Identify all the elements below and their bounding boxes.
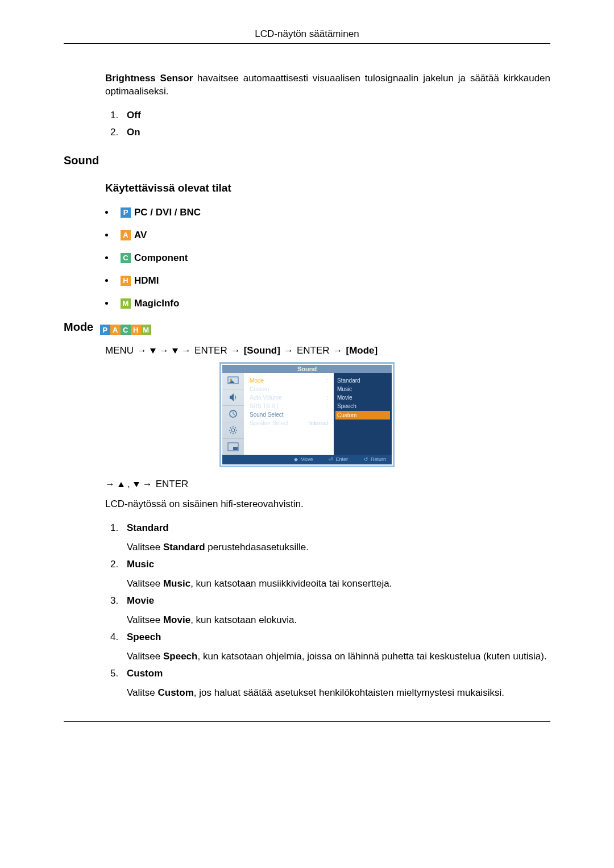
osd-opt-movie: Movie <box>337 393 388 402</box>
osd-opt-standard: Standard <box>337 376 388 385</box>
mode-component: C Component <box>105 252 550 264</box>
a-icon: A <box>110 325 121 335</box>
sound-mode-standard: Standard Valitsee Standard perustehdasas… <box>121 522 550 553</box>
mode-label: Component <box>134 252 188 264</box>
c-icon: C <box>121 325 131 335</box>
p-icon: P <box>121 207 131 218</box>
available-modes-list: P PC / DVI / BNC A AV C Component H HDMI… <box>105 207 550 309</box>
brightness-options: Off On <box>105 110 550 138</box>
mode-label: HDMI <box>134 275 159 286</box>
brightness-sensor-label: Brightness Sensor <box>105 73 193 84</box>
down-icon <box>134 482 139 487</box>
c-icon: C <box>121 253 131 263</box>
osd-move: ◆Move <box>294 456 313 462</box>
svg-line-11 <box>235 427 237 429</box>
mode-hdmi: H HDMI <box>105 275 550 286</box>
osd-item-custom: Custom: <box>250 385 328 393</box>
osd-menu: Mode: Custom: Auto Volume: SRS TS XT: So… <box>244 373 334 455</box>
down-icon <box>172 348 178 354</box>
bullet-icon <box>105 256 108 259</box>
gear-icon <box>222 422 244 439</box>
bullet-icon <box>105 234 108 236</box>
svg-line-10 <box>230 433 231 434</box>
down-icon <box>150 348 156 354</box>
svg-rect-13 <box>233 447 238 450</box>
mode-label: AV <box>134 230 147 241</box>
page-header: LCD-näytön säätäminen <box>64 28 550 44</box>
osd-item-speaker-select: Speaker Select: Internal <box>250 419 328 427</box>
brightness-option-off: Off <box>121 110 550 121</box>
up-icon <box>118 482 124 487</box>
mode-body-text: LCD-näytössä on sisäinen hifi-stereovahv… <box>105 498 550 511</box>
pip-icon <box>222 439 244 455</box>
mode-av: A AV <box>105 230 550 241</box>
mode-heading: Mode P A C H M <box>64 321 550 335</box>
page: LCD-näytön säätäminen Brightness Sensor … <box>0 0 614 756</box>
h-icon: H <box>121 276 131 286</box>
osd-item-srs: SRS TS XT: <box>250 402 328 410</box>
bullet-icon <box>105 302 108 305</box>
osd-item-sound-select: Sound Select <box>250 410 328 419</box>
sound-mode-list: Standard Valitsee Standard perustehdasas… <box>105 522 550 699</box>
svg-line-9 <box>235 433 237 434</box>
m-icon: M <box>121 298 131 309</box>
sound-heading: Sound <box>64 154 550 167</box>
osd-opt-speech: Speech <box>337 402 388 410</box>
osd-item-mode: Mode: <box>250 376 328 385</box>
mode-magicinfo: M MagicInfo <box>105 298 550 309</box>
osd-footer: ◆Move ⏎Enter ↺Return <box>222 455 392 464</box>
clock-icon <box>222 406 244 422</box>
brightness-paragraph: Brightness Sensor havaitsee automaattise… <box>105 72 550 98</box>
bullet-icon <box>105 279 108 282</box>
nav-sequence-2: → , → ENTER <box>105 479 550 490</box>
sound-mode-custom: Custom Valitse Custom, jos haluat säätää… <box>121 668 550 699</box>
osd-opt-custom: Custom <box>335 411 390 420</box>
sound-icon <box>222 389 244 406</box>
a-icon: A <box>121 230 131 240</box>
p-icon: P <box>100 325 110 335</box>
osd-screenshot: Sound Mode: C <box>219 362 395 467</box>
osd-sidebar <box>222 373 244 455</box>
picture-icon <box>222 373 244 389</box>
mode-pc-dvi-bnc: P PC / DVI / BNC <box>105 207 550 218</box>
svg-point-1 <box>230 379 232 381</box>
page-footer <box>64 721 550 722</box>
osd-opt-music: Music <box>337 385 388 393</box>
osd-item-auto-volume: Auto Volume: <box>250 393 328 402</box>
m-icon: M <box>141 325 151 335</box>
osd-title: Sound <box>222 365 392 373</box>
sound-mode-speech: Speech Valitsee Speech, kun katsotaan oh… <box>121 632 550 662</box>
bullet-icon <box>105 211 108 214</box>
svg-line-8 <box>230 427 231 429</box>
sound-mode-music: Music Valitsee Music, kun katsotaan musi… <box>121 559 550 589</box>
osd-enter: ⏎Enter <box>329 456 348 462</box>
osd-submenu: Standard Music Movie Speech Custom <box>334 373 392 455</box>
mode-icon-strip: P A C H M <box>100 325 151 335</box>
h-icon: H <box>131 325 141 335</box>
sound-mode-movie: Movie Valitsee Movie, kun katsotaan elok… <box>121 595 550 626</box>
mode-label: MagicInfo <box>134 298 179 309</box>
mode-label: PC / DVI / BNC <box>134 207 201 218</box>
brightness-option-on: On <box>121 127 550 138</box>
available-modes-heading: Käytettävissä olevat tilat <box>105 182 550 194</box>
svg-point-3 <box>231 429 235 432</box>
nav-sequence-1: MENU → → → ENTER → [Sound] → ENTER → [Mo… <box>105 345 550 356</box>
osd-return: ↺Return <box>364 456 386 462</box>
